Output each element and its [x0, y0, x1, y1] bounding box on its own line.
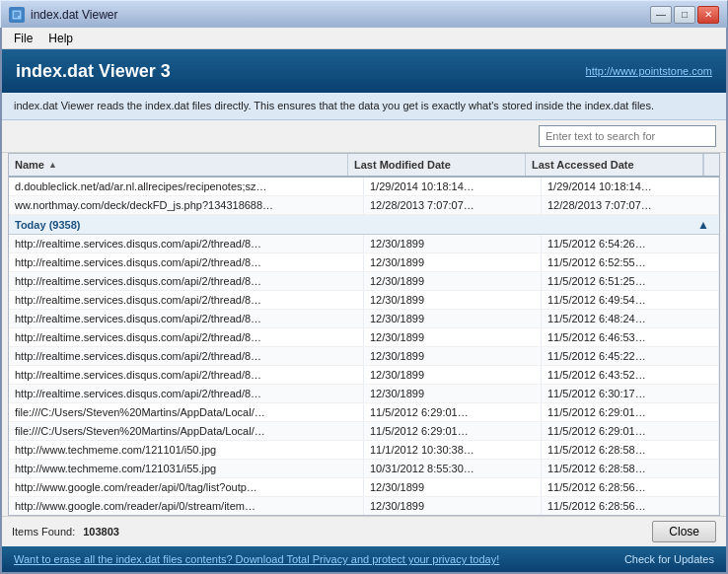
table-row[interactable]: http://realtime.services.disqus.com/api/…: [9, 366, 719, 385]
check-updates-link[interactable]: Check for Updates: [624, 553, 714, 565]
table-row[interactable]: http://www.techmeme.com/121101/i50.jpg 1…: [9, 441, 719, 460]
cell-modified: 12/30/1899: [364, 272, 542, 290]
cell-accessed: 11/5/2012 6:46:53…: [542, 328, 719, 346]
cell-name: http://realtime.services.disqus.com/api/…: [9, 385, 364, 402]
app-icon: [9, 7, 25, 23]
cell-name: http://www.techmeme.com/121101/i50.jpg: [9, 441, 364, 459]
cell-name: http://www.techmeme.com/121031/i55.jpg: [9, 460, 364, 477]
header-link[interactable]: http://www.pointstone.com: [586, 65, 712, 77]
table-body[interactable]: d.doubleclick.net/ad/ar.nl.allrecipes/re…: [9, 178, 719, 515]
cell-name: file:///C:/Users/Steven%20Martins/AppDat…: [9, 422, 364, 440]
maximize-button[interactable]: □: [674, 6, 695, 24]
group-row[interactable]: Today (9358)▲: [9, 215, 719, 235]
file-table: Name ▲ Last Modified Date Last Accessed …: [8, 153, 720, 516]
table-row[interactable]: http://www.techmeme.com/121031/i55.jpg 1…: [9, 460, 719, 478]
close-window-button[interactable]: ✕: [697, 6, 719, 24]
items-found-label: Items Found:: [12, 526, 75, 538]
cell-modified: 11/1/2012 10:30:38…: [364, 441, 542, 459]
app-header: index.dat Viewer 3 http://www.pointstone…: [2, 49, 726, 93]
cell-name: http://realtime.services.disqus.com/api/…: [9, 253, 364, 271]
description-bar: index.dat Viewer reads the index.dat fil…: [2, 93, 726, 120]
minimize-button[interactable]: —: [650, 6, 672, 24]
table-row[interactable]: http://realtime.services.disqus.com/api/…: [9, 347, 719, 366]
group-expand-icon[interactable]: ▲: [697, 218, 709, 232]
main-window: File Help index.dat Viewer 3 http://www.…: [0, 28, 728, 574]
cell-name: http://realtime.services.disqus.com/api/…: [9, 272, 364, 290]
cell-modified: 12/30/1899: [364, 497, 542, 515]
table-row[interactable]: http://realtime.services.disqus.com/api/…: [9, 272, 719, 291]
table-row[interactable]: http://realtime.services.disqus.com/api/…: [9, 310, 719, 328]
column-accessed: Last Accessed Date: [526, 154, 703, 176]
cell-accessed: 11/5/2012 6:45:22…: [542, 347, 719, 365]
footer-link[interactable]: Want to erase all the index.dat files co…: [14, 553, 499, 565]
cell-modified: 12/30/1899: [364, 385, 542, 402]
table-row[interactable]: file:///C:/Users/Steven%20Martins/AppDat…: [9, 403, 719, 422]
cell-accessed: 11/5/2012 6:29:01…: [542, 403, 719, 421]
table-row[interactable]: http://www.google.com/reader/api/0/tag/l…: [9, 478, 719, 497]
cell-accessed: 11/5/2012 6:54:26…: [542, 235, 719, 252]
header-scroll-spacer: [703, 154, 719, 176]
column-modified: Last Modified Date: [348, 154, 526, 176]
cell-name: ww.northmay.com/deck/deckFD_js.php?13431…: [9, 196, 364, 214]
cell-name: http://realtime.services.disqus.com/api/…: [9, 347, 364, 365]
cell-accessed: 11/5/2012 6:28:58…: [542, 460, 719, 477]
cell-accessed: 11/5/2012 6:48:24…: [542, 310, 719, 327]
items-found-count: 103803: [83, 526, 119, 538]
cell-name: http://realtime.services.disqus.com/api/…: [9, 366, 364, 384]
sort-arrow: ▲: [48, 160, 57, 170]
cell-accessed: 11/5/2012 6:28:58…: [542, 441, 719, 459]
cell-modified: 12/30/1899: [364, 235, 542, 252]
cell-accessed: 1/29/2014 10:18:14…: [542, 178, 719, 195]
table-row[interactable]: d.doubleclick.net/ad/ar.nl.allrecipes/re…: [9, 178, 719, 196]
cell-accessed: 12/28/2013 7:07:07…: [542, 196, 719, 214]
cell-modified: 12/30/1899: [364, 253, 542, 271]
table-row[interactable]: http://realtime.services.disqus.com/api/…: [9, 253, 719, 272]
cell-accessed: 11/5/2012 6:43:52…: [542, 366, 719, 384]
table-row[interactable]: ww.northmay.com/deck/deckFD_js.php?13431…: [9, 196, 719, 215]
search-bar: [2, 120, 726, 153]
title-bar: index.dat Viewer — □ ✕: [0, 0, 728, 28]
menu-file[interactable]: File: [6, 30, 40, 47]
table-row[interactable]: http://realtime.services.disqus.com/api/…: [9, 235, 719, 253]
menu-help[interactable]: Help: [40, 30, 81, 47]
table-header: Name ▲ Last Modified Date Last Accessed …: [9, 154, 719, 178]
cell-modified: 12/30/1899: [364, 328, 542, 346]
cell-modified: 12/30/1899: [364, 291, 542, 309]
search-input[interactable]: [539, 125, 716, 147]
menu-bar: File Help: [2, 28, 726, 49]
cell-modified: 12/30/1899: [364, 478, 542, 496]
cell-modified: 12/30/1899: [364, 310, 542, 327]
cell-name: http://realtime.services.disqus.com/api/…: [9, 235, 364, 252]
cell-name: http://realtime.services.disqus.com/api/…: [9, 310, 364, 327]
cell-modified: 1/29/2014 10:18:14…: [364, 178, 542, 195]
title-bar-buttons: — □ ✕: [650, 6, 719, 24]
cell-name: d.doubleclick.net/ad/ar.nl.allrecipes/re…: [9, 178, 364, 195]
description-text: index.dat Viewer reads the index.dat fil…: [14, 100, 654, 111]
cell-name: http://www.google.com/reader/api/0/strea…: [9, 497, 364, 515]
cell-accessed: 11/5/2012 6:28:56…: [542, 478, 719, 496]
cell-accessed: 11/5/2012 6:51:25…: [542, 272, 719, 290]
column-name: Name ▲: [9, 154, 348, 176]
cell-name: http://www.google.com/reader/api/0/tag/l…: [9, 478, 364, 496]
cell-accessed: 11/5/2012 6:29:01…: [542, 422, 719, 440]
cell-name: http://realtime.services.disqus.com/api/…: [9, 328, 364, 346]
table-row[interactable]: http://realtime.services.disqus.com/api/…: [9, 385, 719, 403]
table-row[interactable]: http://realtime.services.disqus.com/api/…: [9, 291, 719, 310]
close-button[interactable]: Close: [652, 521, 716, 542]
cell-accessed: 11/5/2012 6:28:56…: [542, 497, 719, 515]
cell-modified: 10/31/2012 8:55:30…: [364, 460, 542, 477]
cell-modified: 12/28/2013 7:07:07…: [364, 196, 542, 214]
app-title: index.dat Viewer 3: [16, 61, 171, 82]
cell-modified: 11/5/2012 6:29:01…: [364, 422, 542, 440]
group-label: Today (9358): [15, 219, 80, 231]
status-bar: Items Found: 103803 Close: [2, 516, 726, 546]
cell-modified: 12/30/1899: [364, 347, 542, 365]
table-row[interactable]: file:///C:/Users/Steven%20Martins/AppDat…: [9, 422, 719, 441]
table-row[interactable]: http://realtime.services.disqus.com/api/…: [9, 328, 719, 347]
cell-accessed: 11/5/2012 6:30:17…: [542, 385, 719, 402]
cell-accessed: 11/5/2012 6:52:55…: [542, 253, 719, 271]
footer-bar: Want to erase all the index.dat files co…: [2, 546, 726, 572]
table-row[interactable]: http://www.google.com/reader/api/0/strea…: [9, 497, 719, 515]
title-bar-text: index.dat Viewer: [31, 8, 650, 22]
cell-name: file:///C:/Users/Steven%20Martins/AppDat…: [9, 403, 364, 421]
